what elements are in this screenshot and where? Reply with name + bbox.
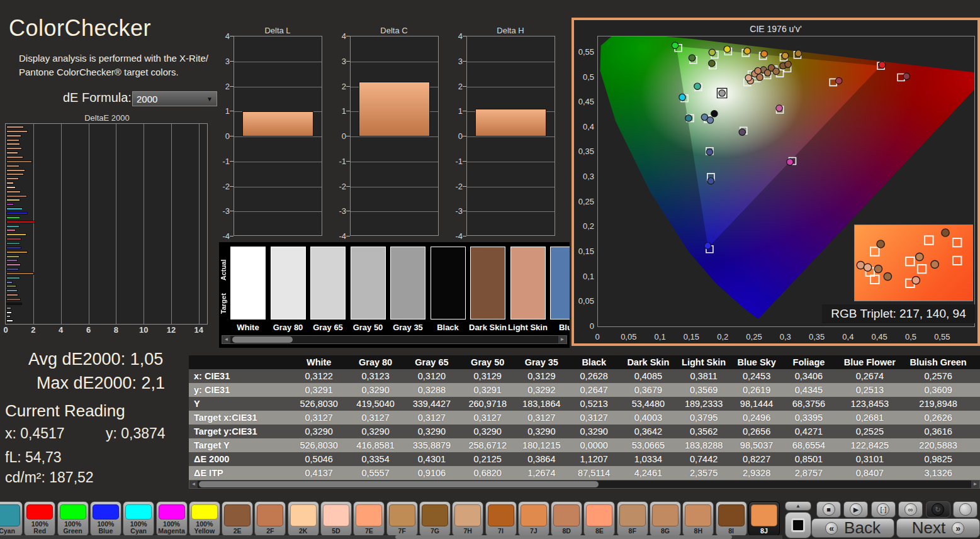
patch-button-7i[interactable]: 7I [485,501,517,536]
swatch-scrollbar[interactable]: ◄► [222,335,567,344]
patch-button-100-cyan[interactable]: 100% Cyan [123,501,154,536]
table-cell: 0,5213 [568,397,621,411]
deltae-bar [6,139,20,142]
table-cell: 0,6820 [460,466,515,480]
table-cell: 0,0000 [568,438,621,452]
patch-button-7h[interactable]: 7H [452,501,483,536]
y-tick [230,186,234,187]
table-cell: 339,4427 [403,397,459,411]
patch-window-button[interactable] [785,512,811,538]
gridline [33,124,34,324]
patch-label: 7G [431,528,439,535]
transport-play-icon[interactable]: ▶ [843,501,868,518]
table-cell: 183,8288 [676,438,731,452]
swatch-scroll-thumb[interactable] [232,336,293,343]
patch-label: 100% Blue [97,521,114,535]
table-row: Target y:CIE310,32900,32900,32900,32900,… [189,425,980,438]
gridline [61,124,62,324]
patch-button-2e[interactable]: 2E [222,501,253,536]
patch-label: 8E [595,528,604,535]
table-cell: 219,8948 [904,397,973,411]
y-tick-label: 0,05 [575,296,594,306]
y-tick-label: -1 [215,156,230,165]
table-cell: 180,1215 [515,438,568,452]
scroll-right-icon[interactable]: ► [971,481,979,488]
table-cell: 0,3395 [782,411,836,425]
deltae-bar [6,216,20,219]
x-tick-label: 14 [194,325,203,335]
table-cell: 0,8227 [731,452,782,466]
patch-button-100-blue[interactable]: 100% Blue [90,501,121,536]
y-tick-label: 4 [215,31,230,41]
transport-stop-icon[interactable]: ■ [816,501,841,518]
patch-button-2k[interactable]: 2K [288,501,319,536]
table-row: x: CIE310,31220,31230,31200,31290,31290,… [189,369,980,383]
transport-blank-icon[interactable] [953,501,977,518]
de-formula-dropdown[interactable]: 2000 ▼ [132,91,217,106]
scroll-left-icon[interactable]: ◄ [222,336,230,343]
scroll-left-icon[interactable]: ◄ [189,481,198,488]
y-tick-label: 0,45 [575,97,594,106]
patch-button-7f[interactable]: 7F [386,501,418,536]
palette-scroll-thumb[interactable] [395,535,732,539]
patch-button-8g[interactable]: 8G [650,501,681,536]
scroll-right-icon[interactable]: ► [558,336,566,343]
patch-button-100-red[interactable]: 100% Red [24,501,55,536]
y-tick-label: 4 [448,31,463,41]
table-cell: 0,2628 [568,369,621,383]
y-tick-label: 4 [331,31,346,41]
palette-scrollbar[interactable] [0,535,782,539]
swatch-label: Dark Skin [465,323,510,332]
y-tick-label: -4 [331,231,346,241]
patch-button-8f[interactable]: 8F [617,501,648,536]
patch-label: 8H [694,528,702,535]
y-tick [463,136,466,136]
transport-single-measure-icon[interactable]: [·] [871,501,896,518]
table-cell: 0,5122 [972,411,980,425]
table-scrollbar[interactable]: ◄ ► [189,480,980,489]
table-cell: 220,5883 [904,438,973,452]
back-button[interactable]: «Back [811,518,894,538]
patch-label: 2E [234,528,242,535]
deltae-bar [6,264,21,266]
patch-color-chip [488,504,514,526]
up-arrow-icon: ▲ [796,503,801,509]
column-header: White [290,355,347,369]
cie-title: CIE 1976 u'v' [574,24,977,34]
patch-button-cyan[interactable]: Cyan [0,501,23,536]
patch-button-7e[interactable]: 7E [353,501,385,536]
patch-button-8h[interactable]: 8H [682,501,714,536]
patch-button-8j[interactable]: 8J [748,501,780,536]
patch-button-100-yellow[interactable]: 100% Yellow [189,501,220,536]
patch-button-100-magenta[interactable]: 100% Magenta [156,501,188,536]
patch-button-2f[interactable]: 2F [254,501,286,536]
table-row: Target x:CIE310,31270,31270,31270,31270,… [189,411,980,425]
deltae-bar [6,147,22,150]
patch-button-100-green[interactable]: 100% Green [57,501,89,536]
gridline [171,124,172,324]
palette-scroll-up-button[interactable]: ▲ [785,501,811,511]
table-row: ΔE ITP0,41370,55570,91060,68201,267487,5… [189,466,980,480]
column-header: Blue Flower [836,355,904,369]
next-button[interactable]: Next» [896,518,980,538]
table-cell: 2,9328 [731,466,782,480]
deltae-bar [6,221,35,223]
table-cell: 0,3406 [782,369,836,383]
patch-button-8d[interactable]: 8D [551,501,582,536]
transport-refresh-icon[interactable]: ↻ [926,501,950,518]
patch-button-8e[interactable]: 8E [583,501,615,536]
y-tick-label: -2 [448,181,463,191]
patch-button-5d[interactable]: 5D [320,501,352,536]
gridline [234,62,322,62]
gridline [467,162,555,162]
table-cell: 1,1207 [568,452,621,466]
patch-button-7g[interactable]: 7G [419,501,451,536]
blank-icon [959,503,972,516]
transport-continuous-icon[interactable]: ∞ [898,501,923,518]
actual-row-label: Actual [220,251,230,289]
patch-button-7j[interactable]: 7J [518,501,549,536]
table-scroll-thumb[interactable] [199,481,599,487]
chevron-down-icon[interactable]: ▼ [206,96,213,103]
patch-button-8i[interactable]: 8I [716,501,747,536]
deltae-bar [6,186,16,189]
